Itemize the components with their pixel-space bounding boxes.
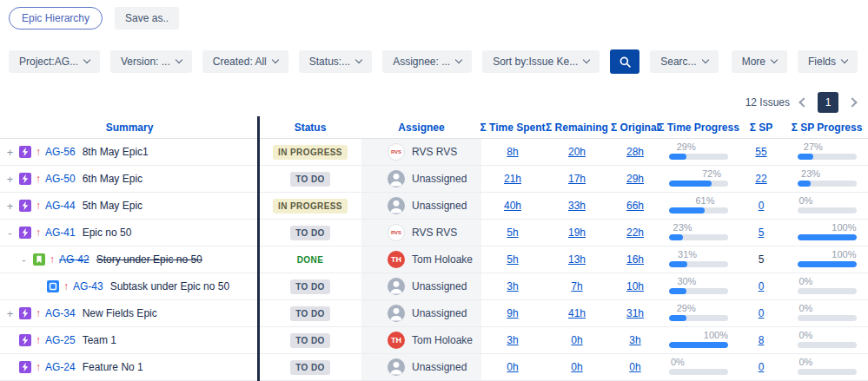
sp-progress-label: 23%	[801, 169, 820, 179]
sp-link[interactable]: 0	[759, 307, 765, 319]
issue-key-link[interactable]: AG-44	[45, 200, 76, 212]
filter-sortby-button[interactable]: Sort by:Issue Ke...	[482, 50, 600, 73]
time-progress-label: 0%	[671, 358, 685, 367]
summary-cell: + ↑ AG-44 5th May Epic	[0, 193, 259, 219]
remaining-link[interactable]: 41h	[568, 307, 586, 319]
issue-key-link[interactable]: AG-41	[45, 227, 76, 239]
status-cell: TO DO	[259, 220, 361, 246]
time-spent-link[interactable]: 8h	[507, 146, 518, 158]
expander-toggle[interactable]: -	[19, 253, 29, 266]
sp-link[interactable]: 5	[759, 227, 765, 239]
sp-link[interactable]: 0	[759, 200, 765, 212]
remaining-link[interactable]: 17h	[568, 173, 586, 185]
column-header-sp[interactable]: Σ SP	[737, 116, 785, 138]
filter-assignee-button[interactable]: Assignee: ...	[382, 50, 472, 73]
status-cell: IN PROGRESS	[259, 193, 361, 219]
story-icon	[33, 253, 45, 266]
original-link[interactable]: 22h	[626, 227, 644, 239]
time-spent-link[interactable]: 3h	[507, 280, 518, 292]
time-spent-link[interactable]: 9h	[507, 307, 518, 319]
progress-track	[798, 315, 857, 321]
sp-link[interactable]: 55	[755, 146, 766, 158]
filter-created-button[interactable]: Created: All	[202, 50, 288, 73]
filter-status-button[interactable]: Status:...	[299, 50, 372, 73]
original-link[interactable]: 10h	[626, 280, 644, 292]
progress-track	[798, 342, 857, 348]
sp-link[interactable]: 0	[759, 280, 765, 292]
person-icon	[388, 170, 405, 187]
sp-link[interactable]: 8	[759, 334, 765, 346]
original-link[interactable]: 31h	[626, 307, 644, 319]
original-link[interactable]: 29h	[626, 173, 644, 185]
progress-track	[798, 288, 857, 294]
more-button[interactable]: More	[732, 50, 787, 73]
original-link[interactable]: 66h	[626, 200, 644, 212]
remaining-link[interactable]: 20h	[568, 146, 586, 158]
chevron-down-icon	[701, 56, 708, 63]
remaining-link[interactable]: 19h	[568, 227, 586, 239]
column-header-time-progress[interactable]: Σ Time Progress	[660, 116, 737, 138]
column-header-remaining[interactable]: Σ Remaining	[544, 116, 610, 138]
original-link[interactable]: 3h	[629, 334, 640, 346]
time-spent-link[interactable]: 5h	[507, 227, 518, 239]
issue-key-link[interactable]: AG-56	[45, 146, 76, 158]
person-icon	[388, 358, 405, 376]
sp-link[interactable]: 22	[755, 173, 766, 185]
original-link[interactable]: 0h	[629, 361, 640, 373]
expander-toggle[interactable]: +	[5, 146, 15, 159]
top-toolbar: Epic Hierarchy Save as..	[9, 7, 179, 30]
time-spent-link[interactable]: 5h	[507, 253, 518, 266]
expander-toggle[interactable]: +	[5, 200, 15, 213]
remaining-link[interactable]: 0h	[571, 361, 582, 373]
progress-fill	[798, 234, 857, 240]
column-header-status[interactable]: Status	[259, 116, 361, 138]
time-spent-cell: 9h	[481, 300, 544, 326]
expander-toggle[interactable]: +	[5, 173, 15, 186]
progress-track	[798, 369, 857, 375]
sp-progress-label: 0%	[799, 277, 813, 286]
issue-key-link[interactable]: AG-34	[45, 307, 76, 319]
remaining-link[interactable]: 33h	[568, 200, 586, 212]
expander-toggle[interactable]: -	[5, 227, 15, 240]
time-spent-link[interactable]: 40h	[504, 200, 521, 212]
time-spent-link[interactable]: 0h	[507, 361, 518, 373]
issue-key-link[interactable]: AG-42	[59, 253, 89, 266]
issue-key-link[interactable]: AG-43	[73, 280, 103, 292]
expander-toggle[interactable]: +	[5, 307, 15, 320]
original-link[interactable]: 28h	[626, 146, 644, 158]
save-as-button[interactable]: Save as..	[115, 7, 179, 30]
pagination-page-1[interactable]: 1	[818, 92, 838, 113]
fields-button[interactable]: Fields	[798, 50, 858, 73]
issue-key-link[interactable]: AG-24	[45, 361, 76, 373]
time-progress-label: 30%	[677, 277, 696, 286]
issue-key-link[interactable]: AG-50	[45, 173, 76, 185]
status-badge: IN PROGRESS	[273, 199, 348, 213]
column-header-assignee[interactable]: Assignee	[361, 116, 481, 138]
column-resize-divider[interactable]	[257, 116, 260, 381]
column-header-original[interactable]: Σ Original	[610, 116, 660, 138]
time-progress-cell: 31%	[660, 246, 737, 273]
column-header-sp-progress[interactable]: Σ SP Progress	[785, 116, 868, 138]
epic-hierarchy-button[interactable]: Epic Hierarchy	[9, 7, 103, 30]
remaining-link[interactable]: 0h	[571, 334, 582, 346]
issue-key-link[interactable]: AG-25	[45, 334, 76, 346]
column-header-time-spent[interactable]: Σ Time Spent	[481, 116, 544, 138]
summary-text: Feature No 1	[83, 361, 143, 373]
remaining-link[interactable]: 7h	[571, 280, 582, 292]
filter-project-button[interactable]: Project:AG...	[9, 50, 100, 73]
search-button[interactable]	[610, 49, 639, 74]
priority-up-icon: ↑	[36, 146, 41, 158]
pagination-prev-icon[interactable]	[798, 97, 808, 107]
time-spent-link[interactable]: 3h	[507, 334, 518, 346]
summary-cell: + ↑ AG-34 New Fields Epic	[0, 300, 259, 326]
sp-link[interactable]: 5	[759, 253, 765, 266]
pagination-next-icon[interactable]	[847, 97, 857, 107]
column-header-summary[interactable]: Summary	[0, 116, 259, 138]
priority-up-icon: ↑	[36, 227, 41, 239]
sp-link[interactable]: 0	[759, 361, 765, 373]
filter-version-button[interactable]: Version: ...	[110, 50, 192, 73]
original-link[interactable]: 16h	[626, 253, 644, 266]
search-filter-dropdown[interactable]: Searc...	[650, 50, 718, 73]
time-spent-link[interactable]: 21h	[504, 173, 521, 185]
remaining-link[interactable]: 13h	[568, 253, 586, 266]
